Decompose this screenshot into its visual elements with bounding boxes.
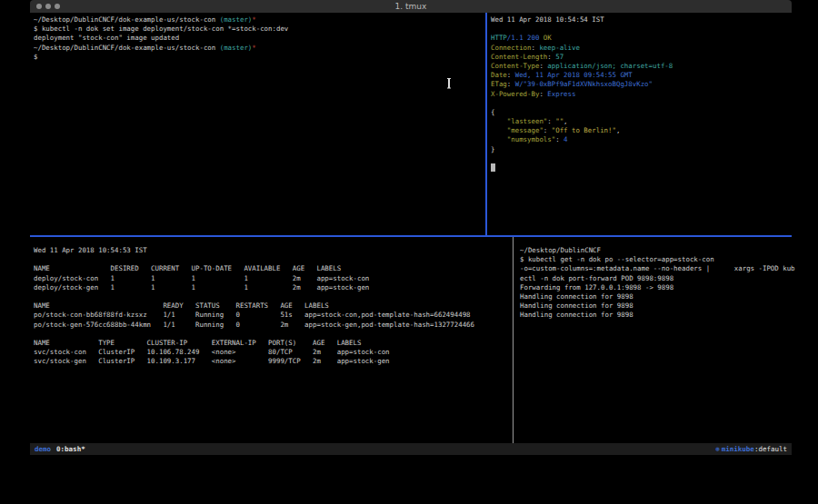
minimize-button[interactable]	[45, 4, 51, 9]
pane-bottom-left-kubectl-get[interactable]: Wed 11 Apr 2018 10:54:53 IST NAME DESIRE…	[30, 237, 516, 452]
mouse-ibeam-cursor	[445, 77, 452, 89]
terminal-line: Content-Type: application/json; charset=…	[491, 62, 795, 71]
terminal-line: svc/stock-gen ClusterIP 10.109.3.177 <no…	[34, 357, 516, 366]
terminal-line: ~/Desktop/DublinCNCF	[520, 246, 797, 255]
terminal-line: "numsymbols": 4	[491, 135, 795, 144]
tmux-content: ~/Desktop/DublinCNCF/dok-example-us/stoc…	[30, 13, 792, 443]
terminal-line	[34, 255, 516, 264]
terminal-line: po/stock-gen-576cc688bb-44kmn 1/1 Runnin…	[34, 321, 516, 330]
terminal-line: {	[491, 108, 795, 117]
terminal-line: Connection: keep-alive	[491, 44, 795, 53]
terminal-line	[491, 25, 795, 34]
terminal-line: deploy/stock-gen 1 1 1 1 2m app=stock-ge…	[34, 283, 516, 292]
terminal-line: $ kubectl -n dok set image deployment/st…	[34, 25, 489, 34]
terminal-line	[34, 292, 516, 301]
terminal-line: NAME DESIRED CURRENT UP-TO-DATE AVAILABL…	[34, 264, 516, 273]
terminal-line	[34, 330, 516, 339]
terminal-line: NAME TYPE CLUSTER-IP EXTERNAL-IP PORT(S)…	[34, 339, 516, 348]
traffic-lights	[36, 4, 60, 9]
terminal-line: Content-Length: 57	[491, 53, 795, 62]
window-titlebar[interactable]: 1. tmux	[30, 0, 792, 13]
terminal-line: svc/stock-con ClusterIP 10.106.78.249 <n…	[34, 348, 516, 357]
terminal-line: ectl -n dok port-forward POD 9898:9898	[520, 274, 797, 283]
zoom-button[interactable]	[55, 4, 60, 9]
block-cursor	[491, 163, 495, 172]
terminal-line: X-Powered-By: Express	[491, 90, 795, 99]
terminal-window: 1. tmux ~/Desktop/DublinCNCF/dok-example…	[30, 0, 792, 455]
terminal-line: Handling connection for 9898	[520, 292, 797, 301]
close-button[interactable]	[36, 4, 42, 9]
terminal-line: "message": "Off to Berlin!",	[491, 126, 795, 135]
terminal-line: "lastseen": "",	[491, 117, 795, 126]
terminal-line: ~/Desktop/DublinCNCF/dok-example-us/stoc…	[34, 15, 489, 25]
pane-bottom-right-port-forward[interactable]: ~/Desktop/DublinCNCF$ kubectl get -n dok…	[514, 237, 797, 452]
terminal-line: $	[34, 53, 489, 62]
terminal-line: Forwarding from 127.0.0.1:9898 -> 9898	[520, 283, 797, 292]
terminal-line: po/stock-con-bb68f88fd-kzsxz 1/1 Running…	[34, 311, 516, 320]
terminal-line: deployment "stock-con" image updated	[34, 34, 489, 43]
terminal-line	[491, 154, 795, 163]
pane-divider-vertical-bottom[interactable]	[513, 237, 514, 443]
terminal-line: $ kubectl get -n dok po --selector=app=s…	[520, 255, 797, 264]
pane-top-left-shell[interactable]: ~/Desktop/DublinCNCF/dok-example-us/stoc…	[30, 13, 489, 238]
terminal-line: ~/Desktop/DublinCNCF/dok-example-us/stoc…	[34, 44, 489, 53]
terminal-line: Wed 11 Apr 2018 10:54:53 IST	[34, 246, 516, 255]
terminal-line: -o=custom-columns=:metadata.name --no-he…	[520, 264, 797, 273]
terminal-line: }	[491, 145, 795, 154]
screen: 1. tmux ~/Desktop/DublinCNCF/dok-example…	[0, 0, 818, 504]
terminal-line	[491, 163, 795, 173]
terminal-line: Date: Wed, 11 Apr 2018 09:54:55 GMT	[491, 71, 795, 80]
terminal-line: deploy/stock-con 1 1 1 1 2m app=stock-co…	[34, 274, 516, 283]
terminal-line: Wed 11 Apr 2018 10:54:54 IST	[491, 15, 795, 25]
window-title: 1. tmux	[30, 2, 792, 11]
pane-top-right-http[interactable]: Wed 11 Apr 2018 10:54:54 IST HTTP/1.1 20…	[487, 13, 795, 238]
terminal-line: HTTP/1.1 200 OK	[491, 34, 795, 43]
terminal-line: ETag: W/"39-0xBPf9aF1dXVNkhsxoBQgJ8vKzo"	[491, 80, 795, 89]
terminal-line	[491, 99, 795, 108]
terminal-line: Handling connection for 9898	[520, 301, 797, 311]
terminal-line: NAME READY STATUS RESTARTS AGE LABELS	[34, 301, 516, 311]
terminal-line: Handling connection for 9898	[520, 311, 797, 320]
